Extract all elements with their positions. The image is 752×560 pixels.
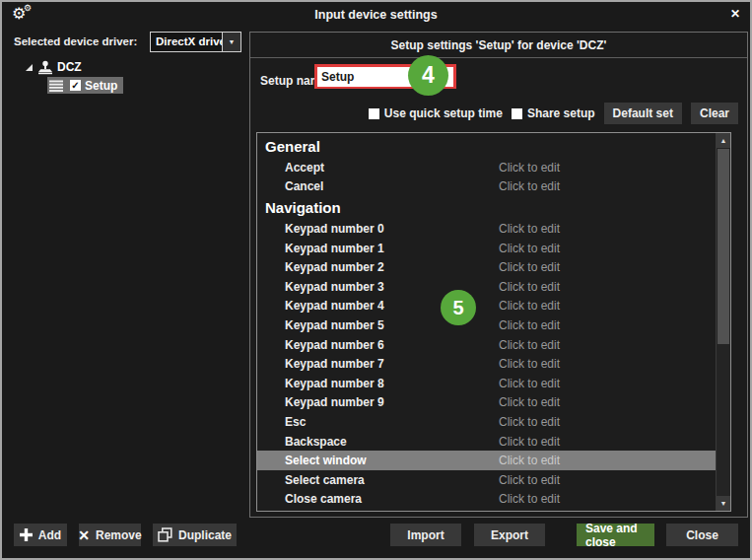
import-button[interactable]: Import	[390, 524, 461, 546]
duplicate-button[interactable]: Duplicate	[153, 524, 237, 546]
item-edit-hint[interactable]: Click to edit	[499, 280, 560, 294]
list-item[interactable]: Keypad number 0Click to edit	[257, 219, 716, 239]
scroll-up-icon: ▲	[720, 137, 727, 144]
item-edit-hint[interactable]: Click to edit	[499, 377, 560, 390]
device-tree: DCZ ✓ Setup	[26, 58, 123, 94]
add-button-label: Add	[38, 528, 61, 542]
item-edit-hint[interactable]: Click to edit	[499, 415, 560, 429]
scroll-up-button[interactable]: ▲	[717, 133, 730, 148]
title-bar: ⚙ ⚙ Input device settings ✕	[2, 2, 750, 28]
options-row: Use quick setup time Share setup Default…	[369, 103, 738, 124]
item-label: Esc	[257, 415, 499, 429]
tree-node-dcz[interactable]: DCZ	[26, 58, 123, 76]
item-edit-hint[interactable]: Click to edit	[499, 299, 560, 313]
list-item[interactable]: EscClick to edit	[257, 412, 716, 432]
list-section-header: Navigation	[257, 196, 716, 219]
item-label: Keypad number 8	[257, 377, 499, 390]
close-icon[interactable]: ✕	[730, 7, 740, 21]
list-item[interactable]: Select windowClick to edit	[257, 451, 716, 470]
list-item[interactable]: Select cameraClick to edit	[257, 470, 716, 490]
chevron-down-icon: ▼	[229, 38, 236, 45]
item-edit-hint[interactable]: Click to edit	[499, 435, 560, 449]
list-item[interactable]: Close cameraClick to edit	[257, 490, 716, 510]
device-driver-dropdown[interactable]: DirectX driver ▼	[150, 32, 241, 52]
item-edit-hint[interactable]: Click to edit	[499, 222, 560, 236]
tree-node-setup[interactable]: ✓ Setup	[47, 77, 123, 94]
scrollbar-thumb[interactable]	[718, 149, 729, 344]
item-label: Keypad number 6	[257, 338, 499, 352]
scrollbar[interactable]: ▲ ▼	[716, 133, 730, 511]
item-edit-hint[interactable]: Click to edit	[499, 357, 560, 371]
tree-node-label: Setup	[85, 79, 117, 93]
share-setup-label: Share setup	[527, 106, 595, 120]
setup-list-icon	[49, 80, 63, 92]
item-edit-hint[interactable]: Click to edit	[499, 338, 560, 352]
item-label: Keypad number 2	[257, 260, 499, 274]
dropdown-arrow-button[interactable]: ▼	[222, 33, 240, 51]
window-title: Input device settings	[2, 2, 750, 28]
callout-badge-5: 5	[441, 290, 476, 325]
plus-icon	[20, 528, 33, 541]
item-edit-hint[interactable]: Click to edit	[499, 318, 560, 332]
remove-button-label: Remove	[96, 528, 142, 542]
item-label: Keypad number 1	[257, 242, 499, 255]
item-edit-hint[interactable]: Click to edit	[499, 395, 560, 409]
item-label: Accept	[257, 161, 499, 175]
setup-checkbox[interactable]: ✓	[70, 80, 81, 91]
list-item[interactable]: Keypad number 3Click to edit	[257, 277, 716, 297]
item-label: Cancel	[257, 179, 499, 193]
item-edit-hint[interactable]: Click to edit	[499, 260, 560, 274]
item-label: Keypad number 9	[257, 395, 499, 409]
item-label: Keypad number 0	[257, 222, 499, 236]
quick-setup-checkbox[interactable]	[369, 108, 379, 119]
list-item[interactable]: Keypad number 5Click to edit	[257, 315, 716, 335]
list-item[interactable]: Keypad number 8Click to edit	[257, 374, 716, 393]
list-item[interactable]: Keypad number 2Click to edit	[257, 257, 716, 277]
tree-expander-icon[interactable]	[26, 64, 33, 71]
export-button[interactable]: Export	[474, 524, 545, 546]
list-item[interactable]: Keypad number 6Click to edit	[257, 335, 716, 355]
settings-list: GeneralAcceptClick to editCancelClick to…	[257, 135, 716, 511]
default-set-button[interactable]: Default set	[604, 103, 682, 124]
list-item[interactable]: CancelClick to edit	[257, 177, 716, 197]
quick-setup-option[interactable]: Use quick setup time	[369, 106, 503, 120]
item-edit-hint[interactable]: Click to edit	[499, 492, 560, 506]
quick-setup-label: Use quick setup time	[384, 106, 503, 120]
item-label: Backspace	[257, 435, 499, 449]
scroll-down-icon: ▼	[720, 500, 727, 507]
joystick-icon	[37, 60, 53, 75]
item-edit-hint[interactable]: Click to edit	[499, 454, 560, 467]
item-label: Select camera	[257, 473, 499, 487]
item-label: Close camera	[257, 492, 499, 506]
x-icon: ✕	[78, 528, 90, 542]
list-item[interactable]: BackspaceClick to edit	[257, 432, 716, 452]
tree-node-label: DCZ	[57, 60, 82, 74]
clear-button[interactable]: Clear	[691, 103, 738, 124]
close-button[interactable]: Close	[666, 524, 738, 546]
duplicate-button-label: Duplicate	[178, 528, 232, 542]
list-item[interactable]: Keypad number 4Click to edit	[257, 297, 716, 316]
item-edit-hint[interactable]: Click to edit	[499, 161, 560, 175]
item-label: Select window	[257, 454, 499, 467]
device-driver-value: DirectX driver	[151, 33, 222, 51]
copy-icon	[158, 527, 172, 542]
share-setup-checkbox[interactable]	[512, 108, 522, 119]
setup-settings-panel: Setup settings 'Setup' for device 'DCZ' …	[249, 32, 748, 518]
add-button[interactable]: Add	[14, 524, 67, 546]
actions-list-box: GeneralAcceptClick to editCancelClick to…	[256, 132, 731, 512]
item-edit-hint[interactable]: Click to edit	[499, 179, 560, 193]
callout-badge-4: 4	[408, 55, 448, 96]
scroll-down-button[interactable]: ▼	[717, 496, 730, 511]
list-item[interactable]: Keypad number 7Click to edit	[257, 354, 716, 374]
list-section-header: General	[257, 135, 716, 158]
device-driver-label: Selected device driver:	[14, 35, 137, 47]
save-and-close-button[interactable]: Save and close	[577, 524, 654, 546]
remove-button[interactable]: ✕ Remove	[79, 524, 141, 546]
item-label: Keypad number 7	[257, 357, 499, 371]
list-item[interactable]: AcceptClick to edit	[257, 158, 716, 177]
list-item[interactable]: Keypad number 9Click to edit	[257, 393, 716, 413]
item-edit-hint[interactable]: Click to edit	[499, 242, 560, 255]
list-item[interactable]: Keypad number 1Click to edit	[257, 239, 716, 258]
item-edit-hint[interactable]: Click to edit	[499, 473, 560, 487]
share-setup-option[interactable]: Share setup	[512, 106, 595, 120]
